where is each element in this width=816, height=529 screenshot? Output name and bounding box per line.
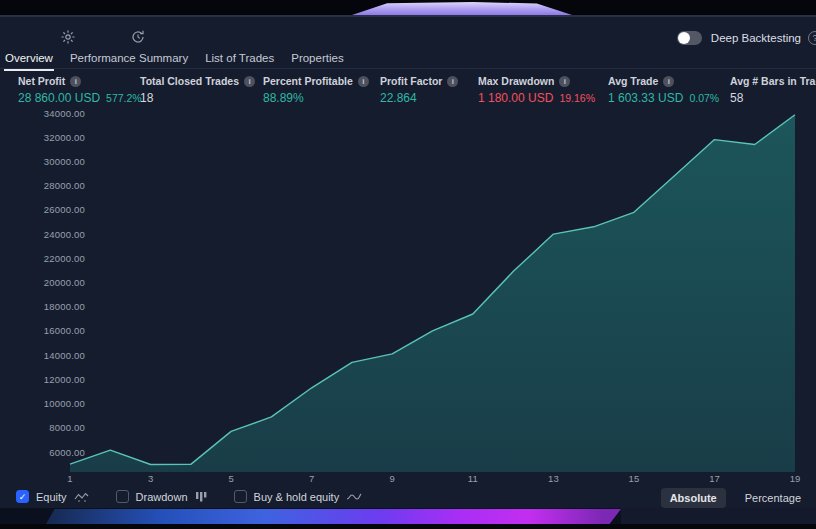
stat-net-profit: Net Profiti 28 860.00 USD577.2% — [18, 75, 142, 105]
x-axis-tick: 1 — [57, 473, 83, 484]
stat-label: Profit Factor — [380, 75, 442, 87]
stat-label: Max Drawdown — [478, 75, 554, 87]
y-axis-tick: 22000.00 — [0, 253, 85, 264]
y-axis-tick: 18000.00 — [0, 301, 85, 312]
stat-label: Avg Trade — [608, 75, 658, 87]
deep-backtesting-group: Deep Backtesting ? — [677, 29, 816, 47]
x-axis-tick: 3 — [138, 473, 164, 484]
equity-chart[interactable]: 34000.0032000.0030000.0028000.0026000.00… — [0, 102, 816, 485]
checkbox-label: Buy & hold equity — [254, 491, 340, 503]
equity-checkbox-item[interactable]: ✓ Equity — [16, 490, 90, 503]
info-icon[interactable]: i — [559, 76, 570, 87]
y-axis-tick: 6000.00 — [0, 447, 85, 458]
stat-total-closed-trades: Total Closed Tradesi 18 — [140, 75, 255, 105]
y-axis-tick: 16000.00 — [0, 325, 85, 336]
stat-label: Total Closed Trades — [140, 75, 239, 87]
drawdown-checkbox-item[interactable]: ✓ Drawdown — [116, 490, 208, 503]
stat-avg-trade: Avg Tradei 1 603.33 USD0.07% — [608, 75, 719, 105]
equity-curve-icon — [74, 491, 90, 503]
y-axis-tick: 28000.00 — [0, 180, 85, 191]
stat-label: Percent Profitable — [263, 75, 353, 87]
help-icon[interactable]: ? — [808, 31, 816, 45]
info-icon[interactable]: i — [663, 76, 674, 87]
absolute-button[interactable]: Absolute — [661, 488, 726, 508]
y-axis-tick: 8000.00 — [0, 422, 85, 433]
y-axis-tick: 26000.00 — [0, 204, 85, 215]
y-axis-tick: 30000.00 — [0, 156, 85, 167]
info-icon[interactable]: i — [244, 76, 255, 87]
equity-area-series — [0, 102, 816, 485]
underlying-chart-bottom-sliver — [0, 508, 816, 529]
info-icon[interactable]: i — [70, 76, 81, 87]
drawdown-bars-icon — [195, 491, 208, 503]
refresh-report-icon[interactable] — [130, 29, 146, 45]
y-axis-tick: 24000.00 — [0, 229, 85, 240]
x-axis-tick: 9 — [379, 473, 405, 484]
deep-backtesting-toggle[interactable] — [677, 31, 702, 45]
stat-label: Net Profit — [18, 75, 65, 87]
x-axis-tick: 15 — [621, 473, 647, 484]
bottom-black-edge — [0, 524, 816, 529]
settings-icon[interactable] — [60, 29, 76, 45]
underlying-gradient-band — [46, 509, 621, 524]
tabs-divider — [0, 68, 816, 69]
equity-area-fill — [70, 115, 795, 472]
stat-max-drawdown: Max Drawdowni 1 180.00 USD19.16% — [478, 75, 595, 105]
info-icon[interactable]: i — [358, 76, 369, 87]
deep-backtesting-label: Deep Backtesting — [711, 32, 801, 44]
y-axis-tick: 10000.00 — [0, 398, 85, 409]
y-axis-tick: 20000.00 — [0, 277, 85, 288]
info-icon[interactable]: i — [447, 76, 458, 87]
x-axis-tick: 13 — [540, 473, 566, 484]
y-axis-tick: 12000.00 — [0, 374, 85, 385]
value-mode-switch: Absolute Percentage — [661, 488, 810, 508]
stat-profit-factor: Profit Factori 22.864 — [380, 75, 458, 105]
y-axis-tick: 34000.00 — [0, 108, 85, 119]
toggle-knob — [678, 32, 690, 44]
checkbox[interactable]: ✓ — [234, 490, 247, 503]
x-axis-tick: 19 — [782, 473, 808, 484]
x-axis-tick: 17 — [702, 473, 728, 484]
percentage-button[interactable]: Percentage — [736, 488, 810, 508]
stat-percent-profitable: Percent Profitablei 88.89% — [263, 75, 369, 105]
backtesting-panel: Deep Backtesting ? Overview Performance … — [0, 15, 816, 508]
x-axis-tick: 11 — [460, 473, 486, 484]
underlying-chart-purple-area — [352, 2, 572, 15]
checkbox-label: Drawdown — [136, 491, 188, 503]
checkbox[interactable]: ✓ — [16, 490, 29, 503]
checkbox[interactable]: ✓ — [116, 490, 129, 503]
stat-label: Avg # Bars in Trades — [730, 75, 816, 87]
y-axis-tick: 14000.00 — [0, 350, 85, 361]
x-axis-tick: 7 — [299, 473, 325, 484]
buy-hold-equity-checkbox-item[interactable]: ✓ Buy & hold equity — [234, 490, 363, 503]
strategy-tester-panel: Deep Backtesting ? Overview Performance … — [0, 0, 816, 529]
buy-hold-line-icon — [346, 492, 362, 502]
y-axis-tick: 32000.00 — [0, 132, 85, 143]
stat-avg-bars-in-trades: Avg # Bars in Tradesi 58 — [730, 75, 816, 105]
bottom-right-patch — [621, 508, 816, 524]
checkbox-label: Equity — [36, 491, 67, 503]
x-axis-tick: 5 — [218, 473, 244, 484]
underlying-chart-top-sliver — [0, 0, 816, 15]
series-toggles: ✓ Equity ✓ Drawdown ✓ Buy — [16, 490, 362, 503]
